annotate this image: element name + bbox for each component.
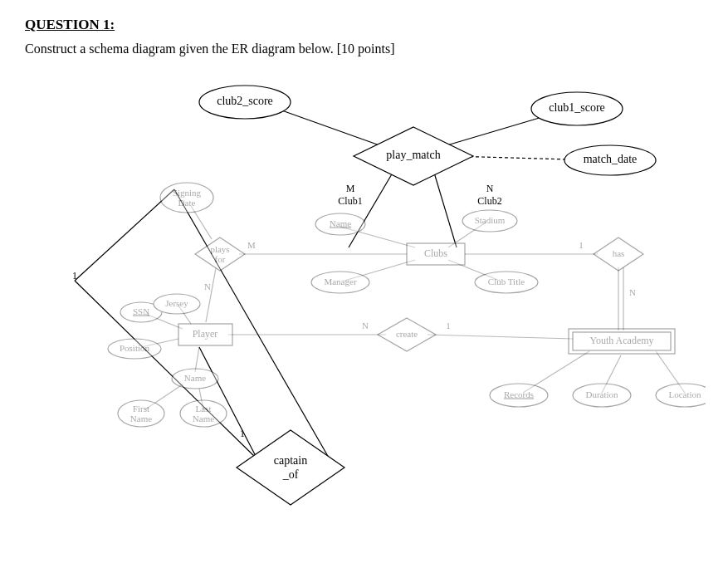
er-diagram: play_match club2_score club1_score match… xyxy=(25,65,706,513)
role-club1-lbl: Club1 xyxy=(338,195,362,207)
label-player: Player xyxy=(193,328,218,340)
label-clubs: Clubs xyxy=(424,247,447,259)
role-playsfor-N: N xyxy=(204,282,211,291)
label-last-name-top: Last xyxy=(196,404,212,414)
edge-playmatch-club2 xyxy=(434,173,457,247)
role-club2-N: N xyxy=(486,183,494,194)
edge-captain-long-2 xyxy=(75,189,174,281)
label-jersey: Jersey xyxy=(165,298,188,308)
label-club2-score: club2_score xyxy=(217,95,273,107)
label-location: Location xyxy=(668,389,701,399)
label-club-name: Name xyxy=(330,218,351,228)
label-captain-of-top: captain xyxy=(274,454,307,467)
label-play-match: play_match xyxy=(386,149,440,161)
question-prompt: Construct a schema diagram given the ER … xyxy=(25,42,703,56)
label-plays-for-top: plays xyxy=(210,244,229,254)
role-club1-M: M xyxy=(346,183,355,194)
label-first-name-bot: Name xyxy=(130,414,152,423)
role-playsfor-M: M xyxy=(247,240,256,250)
label-player-name: Name xyxy=(184,373,206,383)
label-ssn: SSN xyxy=(133,306,149,316)
role-create-1: 1 xyxy=(446,321,451,330)
label-stadium: Stadium xyxy=(475,215,506,225)
question-heading: QUESTION 1: xyxy=(25,17,703,33)
role-captain-1a: 1 xyxy=(72,270,77,282)
label-club1-score: club1_score xyxy=(549,101,605,114)
label-youth-academy: Youth Academy xyxy=(589,335,653,346)
label-duration: Duration xyxy=(585,389,618,399)
label-signing-date-top: Signing xyxy=(173,188,202,198)
label-last-name-bot: Name xyxy=(193,414,214,423)
label-plays-for-bot: for xyxy=(215,254,226,264)
edge-player-playsfor xyxy=(206,268,216,322)
role-create-N: N xyxy=(362,321,369,330)
label-signing-date-bot: Date xyxy=(178,198,196,208)
role-has-1: 1 xyxy=(579,240,584,250)
label-position: Position xyxy=(120,343,150,353)
label-records: Records xyxy=(504,389,534,399)
label-create: create xyxy=(396,329,418,339)
label-club-title: Club Title xyxy=(488,277,525,286)
label-has: has xyxy=(613,248,625,258)
label-captain-of-bot: _of xyxy=(282,468,299,481)
relationship-captain-of xyxy=(237,430,344,505)
edge-create-ya xyxy=(428,335,573,339)
role-captain-1b: 1 xyxy=(240,428,245,439)
label-manager: Manager xyxy=(324,277,356,286)
edge-playmatch-club1 xyxy=(349,173,393,247)
label-match-date: match_date xyxy=(584,153,638,165)
label-first-name-top: First xyxy=(133,404,149,414)
role-has-N: N xyxy=(629,287,636,297)
role-club2-lbl: Club2 xyxy=(477,195,501,207)
